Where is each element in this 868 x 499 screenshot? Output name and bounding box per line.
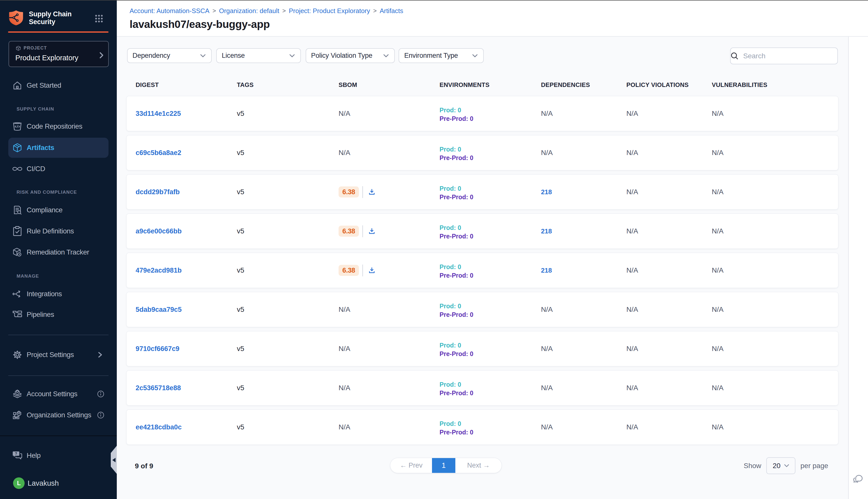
svg-text:?: ? — [15, 451, 17, 455]
